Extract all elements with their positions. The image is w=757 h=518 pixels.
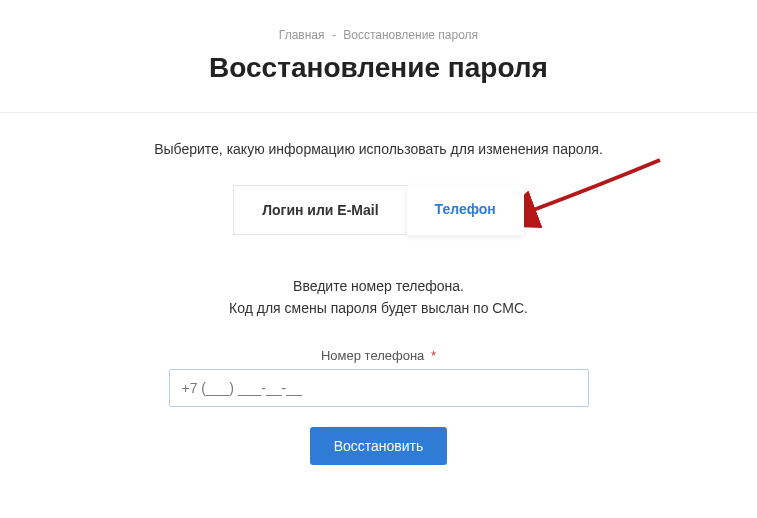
phone-label-text: Номер телефона xyxy=(321,348,424,363)
breadcrumb: Главная - Восстановление пароля xyxy=(0,0,757,42)
form-instruction-line1: Введите номер телефона. xyxy=(293,278,464,294)
phone-field-label: Номер телефона * xyxy=(169,348,589,363)
restore-button[interactable]: Восстановить xyxy=(310,427,448,465)
breadcrumb-current: Восстановление пароля xyxy=(343,28,478,42)
breadcrumb-separator: - xyxy=(332,28,336,42)
tab-phone[interactable]: Телефон xyxy=(407,185,524,235)
breadcrumb-home-link[interactable]: Главная xyxy=(279,28,325,42)
content-area: Выберите, какую информацию использовать … xyxy=(0,113,757,465)
tabs-container: Логин или E-Mail Телефон xyxy=(233,185,524,235)
form-instruction: Введите номер телефона. Код для смены па… xyxy=(169,275,589,320)
page-title: Восстановление пароля xyxy=(0,52,757,84)
phone-input[interactable] xyxy=(169,369,589,407)
tab-login-email[interactable]: Логин или E-Mail xyxy=(233,185,406,235)
form-section: Введите номер телефона. Код для смены па… xyxy=(169,275,589,465)
required-asterisk: * xyxy=(431,348,436,363)
instruction-text: Выберите, какую информацию использовать … xyxy=(0,141,757,157)
form-instruction-line2: Код для смены пароля будет выслан по СМС… xyxy=(229,300,528,316)
